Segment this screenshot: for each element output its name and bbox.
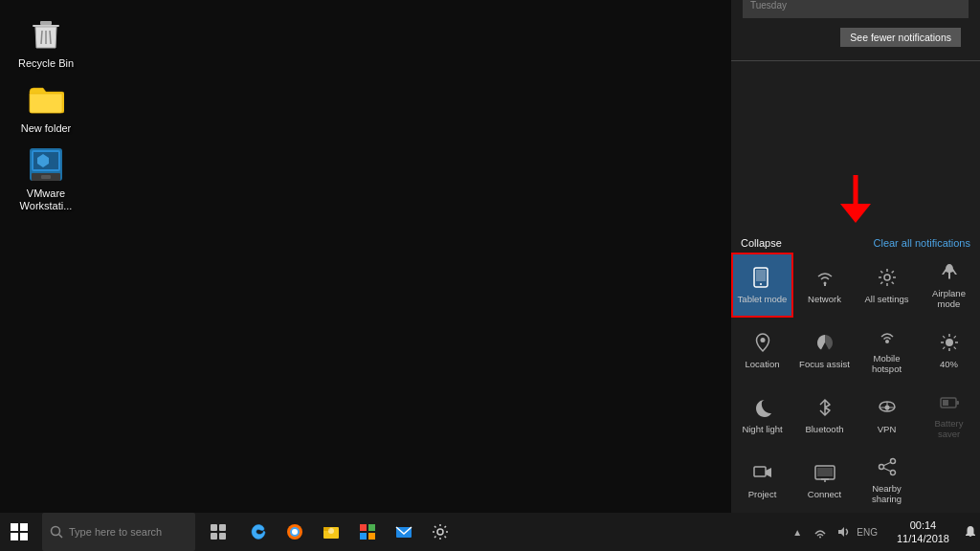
taskbar-icon-edge[interactable] <box>241 515 276 549</box>
airplane-mode-label: Airplane mode <box>923 288 975 309</box>
quick-tile-focus-assist[interactable]: Focus assist <box>793 318 856 383</box>
mobile-hotspot-label: Mobile hotspot <box>860 353 913 374</box>
vpn-label: VPN <box>878 424 897 434</box>
location-label: Location <box>746 359 780 369</box>
svg-rect-1 <box>40 21 52 25</box>
clear-all-label[interactable]: Clear all notifications <box>874 237 971 249</box>
taskbar-pinned-icons <box>241 515 457 549</box>
svg-rect-60 <box>360 524 367 531</box>
svg-rect-44 <box>11 523 18 531</box>
tablet-mode-icon <box>752 267 773 291</box>
task-view-button[interactable] <box>199 513 237 551</box>
svg-line-25 <box>953 346 955 348</box>
svg-marker-11 <box>840 204 871 223</box>
quick-tile-network[interactable]: Network <box>793 253 856 318</box>
battery-saver-label: Battery saver <box>923 418 975 439</box>
network-systray-icon <box>813 525 827 539</box>
desktop-icon-recycle-bin[interactable]: Recycle Bin <box>11 11 80 74</box>
quick-tile-project[interactable]: Project <box>731 448 793 513</box>
svg-rect-61 <box>368 524 375 531</box>
night-light-icon <box>752 397 773 421</box>
vmware-label: VMwareWorkstati... <box>20 187 73 212</box>
explorer-icon <box>322 522 341 541</box>
taskbar-right: ▲ ENG 00:14 <box>780 513 980 551</box>
taskbar-icon-explorer[interactable] <box>314 515 348 549</box>
quick-tile-battery-saver[interactable]: Battery saver <box>918 383 980 448</box>
virus-section: Virus & threat protection Windows Defend… <box>731 0 980 61</box>
svg-point-48 <box>52 527 60 536</box>
quick-tile-all-settings[interactable]: All settings <box>856 253 918 318</box>
svg-rect-38 <box>817 468 833 476</box>
taskbar-icon-mail[interactable] <box>387 515 421 549</box>
svg-rect-45 <box>20 523 28 531</box>
svg-point-41 <box>890 471 895 475</box>
see-fewer-container: See fewer notifications <box>743 22 969 53</box>
notification-card: Windows Defender summary Windows Defende… <box>743 0 969 18</box>
search-placeholder: Type here to search <box>69 526 162 538</box>
vmware-icon <box>27 145 65 184</box>
quick-tile-location[interactable]: Location <box>731 318 793 383</box>
systray-overflow-button[interactable]: ▲ <box>788 522 807 541</box>
svg-rect-33 <box>943 400 948 406</box>
desktop-icon-new-folder[interactable]: New folder <box>11 77 80 139</box>
mobile-hotspot-icon <box>877 326 898 350</box>
systray-volume-icon[interactable] <box>834 522 853 541</box>
night-light-label: Night light <box>742 424 782 434</box>
system-tray: ▲ ENG <box>780 513 885 551</box>
mail-icon <box>394 522 413 541</box>
notif-time: Tuesday <box>750 0 961 11</box>
systray-network-icon[interactable] <box>811 522 830 541</box>
clock-date: 11/14/2018 <box>897 532 949 545</box>
svg-rect-32 <box>956 401 959 405</box>
vpn-icon <box>877 397 898 421</box>
svg-point-16 <box>884 275 890 280</box>
quick-tile-nearby-sharing[interactable]: Nearby sharing <box>856 448 918 513</box>
svg-point-18 <box>885 340 889 343</box>
svg-point-66 <box>819 537 821 539</box>
svg-rect-46 <box>11 533 18 540</box>
taskbar-icon-settings[interactable] <box>423 515 457 549</box>
svg-rect-47 <box>20 533 28 540</box>
desktop-icon-vmware[interactable]: VMwareWorkstati... <box>11 142 80 216</box>
quick-tile-airplane-mode[interactable]: Airplane mode <box>918 253 980 318</box>
tablet-mode-label: Tablet mode <box>738 294 788 304</box>
svg-rect-9 <box>41 175 51 179</box>
quick-tile-tablet-mode[interactable]: Tablet mode <box>731 253 793 318</box>
nearby-sharing-icon <box>877 456 898 480</box>
store-icon <box>358 522 377 541</box>
lang-indicator[interactable]: ENG <box>857 527 878 538</box>
system-clock[interactable]: 00:14 11/14/2018 <box>885 513 961 551</box>
firefox-icon <box>285 522 304 541</box>
svg-point-13 <box>760 283 762 285</box>
quick-tile-mobile-hotspot[interactable]: Mobile hotspot <box>856 318 918 383</box>
see-fewer-button[interactable]: See fewer notifications <box>840 28 961 47</box>
brightness-icon <box>939 332 960 356</box>
search-icon <box>50 525 63 539</box>
quick-tile-bluetooth[interactable]: Bluetooth <box>793 383 856 448</box>
start-button[interactable] <box>0 513 38 551</box>
search-button[interactable]: Type here to search <box>42 513 195 551</box>
quick-tile-brightness[interactable]: 40% <box>918 318 980 383</box>
svg-line-24 <box>943 336 945 338</box>
quick-tile-connect[interactable]: Connect <box>793 448 856 513</box>
svg-line-49 <box>59 535 63 539</box>
quick-tile-vpn[interactable]: VPN <box>856 383 918 448</box>
taskbar-icon-firefox[interactable] <box>278 515 312 549</box>
project-icon <box>752 462 773 486</box>
quick-tile-night-light[interactable]: Night light <box>731 383 793 448</box>
svg-line-42 <box>883 462 891 466</box>
recycle-bin-label: Recycle Bin <box>18 57 74 70</box>
notification-center-button[interactable] <box>961 513 980 551</box>
collapse-label[interactable]: Collapse <box>741 237 782 249</box>
all-settings-icon <box>877 267 898 291</box>
edge-icon <box>249 522 268 541</box>
svg-rect-51 <box>219 524 226 531</box>
svg-point-19 <box>946 339 953 346</box>
network-label: Network <box>808 294 841 304</box>
taskbar-icon-store[interactable] <box>350 515 385 549</box>
clock-time: 00:14 <box>910 518 937 532</box>
bluetooth-icon <box>814 397 835 421</box>
volume-systray-icon <box>836 525 850 539</box>
svg-point-15 <box>823 281 826 284</box>
focus-assist-label: Focus assist <box>799 359 850 369</box>
